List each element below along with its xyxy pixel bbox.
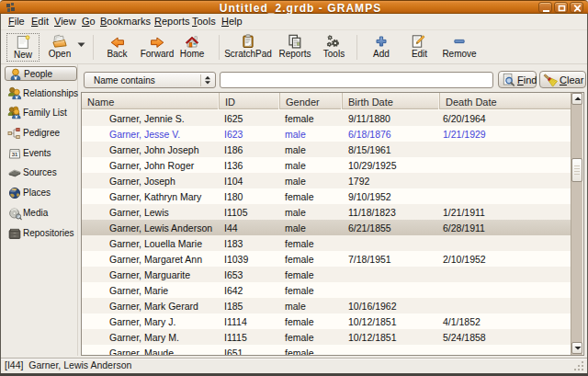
- svg-text:31: 31: [12, 152, 18, 157]
